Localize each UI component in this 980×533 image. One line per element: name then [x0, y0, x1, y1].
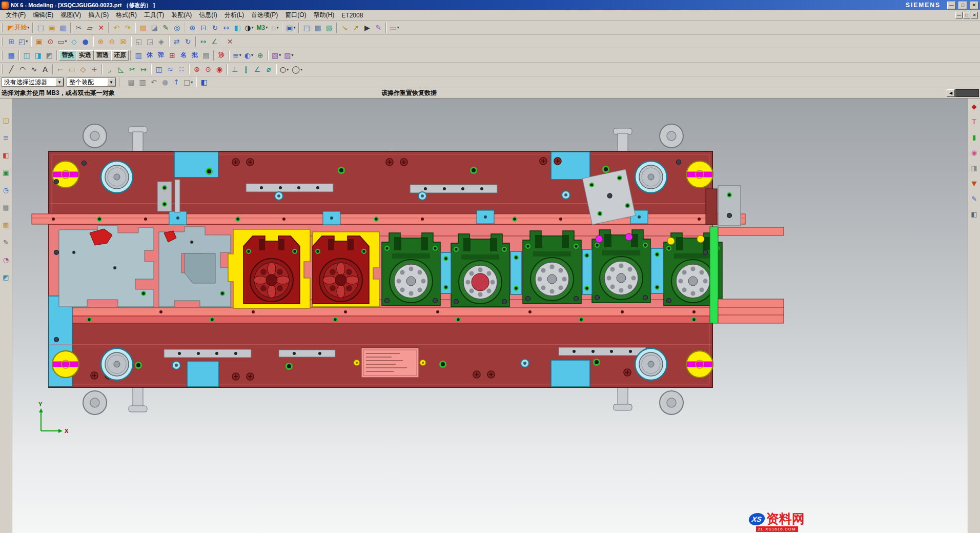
roles-icon[interactable]: ◔	[1, 254, 11, 265]
sketch-point-icon[interactable]: +	[89, 64, 100, 75]
offset-curve-icon[interactable]: ≈	[165, 64, 176, 75]
selection-rect-icon[interactable]: □▾	[182, 76, 194, 88]
delete-icon[interactable]: ✕	[95, 22, 107, 33]
selection-scope-combo[interactable]: 整个装配 ▼	[67, 77, 116, 87]
datum-arrow-icon[interactable]: ↗	[350, 22, 361, 33]
dropdown-arrow-icon[interactable]: ▾	[27, 25, 29, 30]
studio-sphere-icon[interactable]: ●	[80, 36, 91, 47]
gray-tool-icon[interactable]: ◨	[969, 163, 979, 173]
ellipse-tool-icon[interactable]: ◯▾	[290, 64, 304, 75]
pan-view-icon[interactable]: ↔	[220, 22, 232, 33]
flat-head-screw[interactable]	[660, 124, 683, 148]
line-icon[interactable]: ╱	[6, 64, 17, 75]
wireframe-cube-icon[interactable]: ◇	[69, 36, 80, 47]
up-one-level-icon[interactable]: ↑	[171, 76, 182, 88]
new-window-icon[interactable]: ▣▾	[284, 22, 297, 33]
new-file-icon[interactable]: □	[35, 22, 46, 33]
zoom-in-icon[interactable]: ⊕	[95, 36, 107, 47]
die-station-2[interactable]	[313, 236, 369, 304]
menu-assemblies[interactable]: 装配(A)	[168, 10, 195, 21]
battery-icon[interactable]: ▮	[969, 132, 979, 142]
stock-guide-green[interactable]	[710, 227, 718, 323]
solid-translucent-button[interactable]: 实透	[76, 50, 94, 61]
render-style-icon[interactable]: ◑▾	[243, 22, 255, 33]
display-mode-icon[interactable]: ◰▾	[17, 36, 29, 47]
graphics-window[interactable]: Y X XS 资料网 ZL.XS1616.COM	[12, 98, 968, 533]
prompt-scroll-left-button[interactable]: ◀	[947, 89, 955, 97]
datum-plane-icon[interactable]: ◪	[149, 22, 160, 33]
dropdown-arrow-icon[interactable]: ▾	[266, 25, 268, 30]
leader-note-icon[interactable]: ↘	[339, 22, 350, 33]
measure-angle-icon[interactable]: ∠	[209, 36, 220, 47]
menu-analysis[interactable]: 分析(L)	[221, 10, 248, 21]
grid-red-icon[interactable]: ⊞	[167, 50, 178, 61]
spline-icon[interactable]: ∿	[28, 64, 39, 75]
annotation-icon[interactable]: ▭▾	[388, 22, 400, 33]
scene-icon[interactable]: ◩	[1, 272, 11, 282]
dropdown-arrow-icon[interactable]: ▾	[251, 25, 253, 30]
key-icon[interactable]: ◆	[969, 101, 979, 111]
menu-format[interactable]: 格式(R)	[112, 10, 140, 21]
dropdown-arrow-icon[interactable]: ▾	[191, 80, 193, 85]
part-family-icon[interactable]: ▤	[301, 22, 312, 33]
reuse-library-icon[interactable]: ▣	[1, 167, 11, 177]
prev-selection-icon[interactable]: ▥	[137, 76, 148, 88]
visualization-icon[interactable]: ▦	[1, 220, 11, 230]
window-group-icon[interactable]: ▨▾	[282, 50, 295, 61]
menu-preferences[interactable]: 首选项(P)	[248, 10, 281, 21]
mirror-curve-icon[interactable]: ◫	[153, 64, 165, 75]
polygon-icon[interactable]: ◇	[77, 64, 89, 75]
menu-edit[interactable]: 编辑(E)	[29, 10, 57, 21]
sketch-icon[interactable]: ✎	[160, 22, 171, 33]
mdi-restore-button[interactable]: □	[963, 12, 970, 18]
translucency-icon[interactable]: ◨	[32, 50, 44, 61]
sheet-metal-strip[interactable]	[59, 226, 231, 307]
measure-distance-icon[interactable]: ↔	[198, 36, 209, 47]
dropdown-arrow-icon[interactable]: ▾	[300, 67, 302, 72]
cut-icon[interactable]: ✂	[73, 22, 84, 33]
close-button[interactable]: ✕	[970, 2, 978, 9]
display-group-icon[interactable]: ▧▾	[270, 50, 282, 61]
menu-et2008[interactable]: ET2008	[338, 11, 366, 20]
circle-tool-icon[interactable]: ○▾	[278, 64, 290, 75]
restore-button[interactable]: 还原	[111, 50, 129, 61]
rectangle-icon[interactable]: ▭	[66, 64, 77, 75]
orient-isometric-icon[interactable]: ◈	[156, 36, 167, 47]
dropdown-arrow-icon[interactable]: ▾	[397, 25, 399, 30]
toolbar-grip[interactable]	[2, 23, 4, 32]
mdi-minimize-button[interactable]: —	[955, 12, 963, 18]
lifter[interactable]	[686, 351, 713, 378]
toolbar-grip[interactable]	[2, 37, 4, 46]
batch-button[interactable]: 批	[189, 50, 200, 61]
part-navigator-icon[interactable]: ◧	[1, 150, 11, 160]
view-preset-button[interactable]: M3▾	[255, 22, 269, 33]
lifter[interactable]	[686, 161, 713, 188]
extend-curve-icon[interactable]: ↦	[138, 64, 149, 75]
highlight-ball-icon[interactable]: ●	[159, 76, 171, 88]
die-station-4[interactable]	[451, 234, 509, 307]
arc-icon[interactable]: ◠	[17, 64, 28, 75]
selection-filter-combo[interactable]: 没有选择过滤器 ▼	[2, 77, 64, 87]
box-icon[interactable]: ◧	[969, 209, 979, 219]
dropdown-arrow-icon[interactable]: ▾	[26, 39, 28, 44]
redo-icon[interactable]: ↷	[122, 22, 133, 33]
orient-top-icon[interactable]: ◱	[133, 36, 145, 47]
pressure-plate[interactable]	[582, 169, 635, 225]
materials-icon[interactable]: ▤	[1, 202, 11, 212]
midpoint-icon[interactable]: ◉	[214, 64, 225, 75]
menu-help[interactable]: 帮助(H)	[310, 10, 338, 21]
minimize-button[interactable]: —	[947, 2, 956, 9]
face-display-icon[interactable]: ◫	[21, 50, 32, 61]
tool-id-nameplate[interactable]	[354, 348, 426, 378]
dropdown-arrow-icon[interactable]: ▾	[276, 25, 278, 30]
notes-icon[interactable]: ✎	[1, 237, 11, 247]
deselect-all-icon[interactable]: ↶	[148, 76, 159, 88]
die-station-3[interactable]	[382, 233, 440, 306]
view-layout-icon[interactable]: ⊞	[6, 36, 17, 47]
hide-toolbar-icon[interactable]: ✕	[224, 36, 236, 47]
show-hide-icon[interactable]: ◐▾	[243, 50, 255, 61]
interference-button[interactable]: 涉	[216, 50, 227, 61]
select-arrow-icon[interactable]: ▶	[361, 22, 373, 33]
menu-information[interactable]: 信息(I)	[195, 10, 220, 21]
dropdown-arrow-icon[interactable]: ▾	[291, 53, 293, 57]
